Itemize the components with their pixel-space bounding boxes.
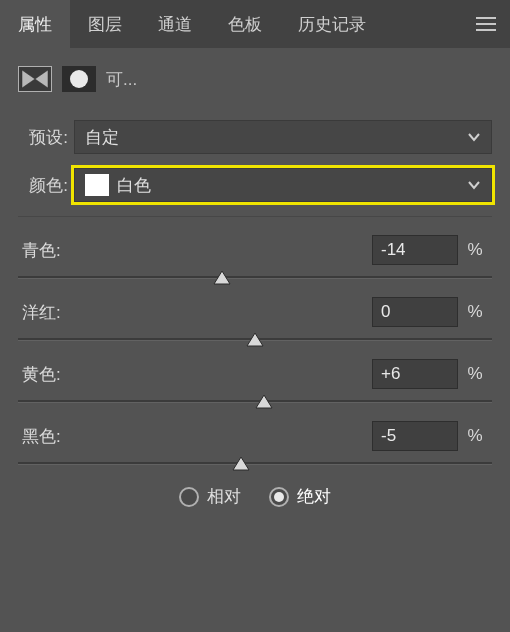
panel-menu-button[interactable]: [462, 0, 510, 48]
panel-tabs: 属性 图层 通道 色板 历史记录: [0, 0, 510, 48]
svg-rect-1: [476, 23, 496, 25]
tab-layers[interactable]: 图层: [70, 0, 140, 48]
chevron-down-icon: [467, 127, 481, 147]
slider-track-black[interactable]: [18, 457, 492, 475]
adjustment-type-row: 可...: [18, 66, 492, 92]
slider-track-magenta[interactable]: [18, 333, 492, 351]
colors-row: 颜色: 白色: [18, 168, 492, 202]
slider-input-black[interactable]: [372, 421, 458, 451]
tab-properties[interactable]: 属性: [0, 0, 70, 48]
preset-label: 预设:: [18, 126, 74, 149]
slider-unit-black: %: [458, 426, 492, 446]
svg-marker-10: [233, 457, 249, 470]
slider-unit-yellow: %: [458, 364, 492, 384]
panel-body: 可... 预设: 自定 颜色: 白色 青色:%洋红:%黄色:%黑色:% 相对: [0, 48, 510, 522]
svg-marker-3: [22, 70, 35, 88]
slider-thumb-icon: [213, 270, 231, 286]
slider-magenta: 洋红:%: [18, 297, 492, 351]
svg-rect-0: [476, 17, 496, 19]
preset-dropdown[interactable]: 自定: [74, 120, 492, 154]
method-relative[interactable]: 相对: [179, 485, 241, 508]
slider-cyan: 青色:%: [18, 235, 492, 289]
preset-value: 自定: [85, 126, 119, 149]
svg-marker-7: [214, 271, 230, 284]
colors-label: 颜色:: [18, 174, 74, 197]
preset-row: 预设: 自定: [18, 120, 492, 154]
slider-label-black: 黑色:: [18, 425, 372, 448]
chevron-down-icon: [467, 175, 481, 195]
svg-marker-8: [247, 333, 263, 346]
color-swatch: [85, 174, 109, 196]
slider-input-magenta[interactable]: [372, 297, 458, 327]
slider-track-yellow[interactable]: [18, 395, 492, 413]
method-absolute[interactable]: 绝对: [269, 485, 331, 508]
layer-mask-icon-button[interactable]: [62, 66, 96, 92]
radio-icon: [269, 487, 289, 507]
colors-value: 白色: [117, 174, 151, 197]
adjustment-type-icon[interactable]: [18, 66, 52, 92]
method-relative-label: 相对: [207, 485, 241, 508]
colors-dropdown[interactable]: 白色: [74, 168, 492, 202]
slider-black: 黑色:%: [18, 421, 492, 475]
adjustment-mode-label: 可...: [106, 68, 137, 91]
radio-icon: [179, 487, 199, 507]
slider-input-yellow[interactable]: [372, 359, 458, 389]
slider-thumb-icon: [246, 332, 264, 348]
svg-marker-4: [35, 70, 48, 88]
svg-rect-2: [476, 29, 496, 31]
tab-swatches[interactable]: 色板: [210, 0, 280, 48]
slider-label-cyan: 青色:: [18, 239, 372, 262]
layer-mask-icon: [62, 66, 96, 92]
slider-label-magenta: 洋红:: [18, 301, 372, 324]
tab-channels[interactable]: 通道: [140, 0, 210, 48]
svg-point-6: [70, 70, 88, 88]
slider-input-cyan[interactable]: [372, 235, 458, 265]
tab-history[interactable]: 历史记录: [280, 0, 384, 48]
method-radio-group: 相对 绝对: [18, 485, 492, 508]
divider: [18, 216, 492, 217]
slider-thumb-icon: [232, 456, 250, 472]
slider-unit-magenta: %: [458, 302, 492, 322]
method-absolute-label: 绝对: [297, 485, 331, 508]
selective-color-icon: [21, 69, 49, 89]
slider-thumb-icon: [255, 394, 273, 410]
menu-icon: [476, 17, 496, 31]
slider-track-cyan[interactable]: [18, 271, 492, 289]
slider-label-yellow: 黄色:: [18, 363, 372, 386]
slider-unit-cyan: %: [458, 240, 492, 260]
svg-marker-9: [256, 395, 272, 408]
slider-yellow: 黄色:%: [18, 359, 492, 413]
